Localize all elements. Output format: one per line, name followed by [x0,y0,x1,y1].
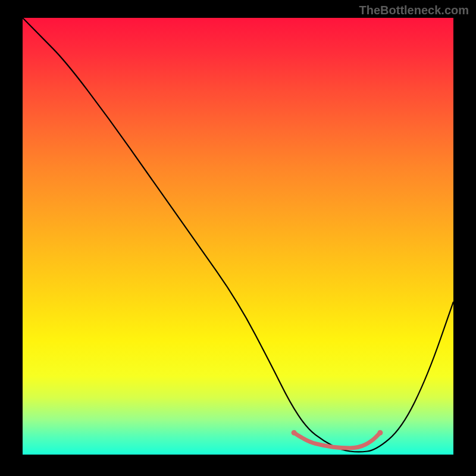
trough-end-dot [292,430,297,436]
watermark-text: TheBottleneck.com [359,4,469,17]
trough-marker-line [294,433,380,448]
bottleneck-curve-line [23,18,453,452]
chart-svg [23,18,453,455]
trough-end-dot [377,430,383,436]
trough-marker-dots [292,430,383,436]
chart-plot-area [23,18,453,455]
